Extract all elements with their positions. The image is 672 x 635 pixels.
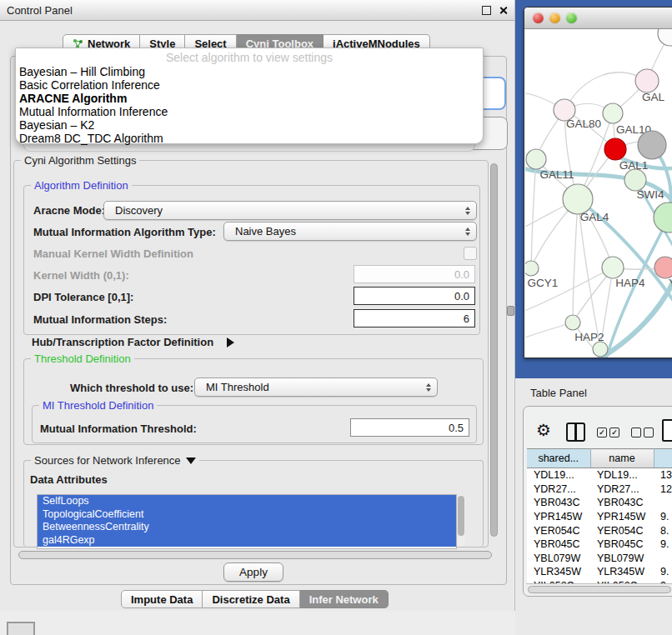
table-row[interactable]: YPR145WYPR145W9. bbox=[527, 510, 672, 524]
network-graph: GALGAL80GAL10GAL1GAL11SWI4GAL4GCY1HAP4YH… bbox=[525, 29, 672, 358]
table-cell[interactable]: YPR145W bbox=[527, 510, 590, 524]
network-canvas[interactable]: GALGAL80GAL10GAL1GAL11SWI4GAL4GCY1HAP4YH… bbox=[525, 29, 672, 358]
table-cell[interactable]: YDL19... bbox=[527, 468, 590, 482]
network-node[interactable] bbox=[565, 315, 580, 330]
table-row[interactable]: YBL079WYBL079W bbox=[527, 552, 672, 566]
minimized-widget[interactable] bbox=[7, 622, 35, 635]
network-node[interactable] bbox=[658, 29, 672, 46]
network-node[interactable] bbox=[635, 69, 659, 92]
tab-impute-data[interactable]: Impute Data bbox=[121, 590, 203, 608]
table-cell[interactable]: YPR145W bbox=[590, 510, 654, 524]
algorithm-option[interactable]: Basic Correlation Inference bbox=[16, 78, 483, 92]
table-cell[interactable]: YER054C bbox=[590, 523, 654, 538]
dpi-tolerance-label: DPI Tolerance [0,1]: bbox=[33, 291, 133, 303]
table-cell[interactable] bbox=[654, 552, 672, 566]
unchecked-boxes-icon[interactable] bbox=[631, 428, 654, 438]
table-cell[interactable]: 8. bbox=[654, 523, 672, 538]
table-header-row[interactable]: shared... name bbox=[527, 449, 672, 468]
algorithm-option[interactable]: Bayesian – K2 bbox=[16, 118, 483, 132]
checked-boxes-icon[interactable] bbox=[597, 428, 619, 438]
network-node[interactable] bbox=[593, 342, 608, 357]
table-cell[interactable]: YBL079W bbox=[527, 552, 590, 566]
table-row[interactable]: YLR345WYLR345W9. bbox=[527, 565, 672, 579]
mi-steps-field[interactable]: 6 bbox=[354, 309, 475, 328]
apply-button[interactable]: Apply bbox=[223, 562, 283, 582]
tab-discretize-data[interactable]: Discretize Data bbox=[203, 590, 299, 608]
columns-icon[interactable] bbox=[566, 422, 585, 442]
close-window-button[interactable] bbox=[533, 12, 544, 23]
network-node[interactable] bbox=[604, 138, 626, 160]
network-node[interactable] bbox=[602, 257, 624, 278]
network-node[interactable] bbox=[654, 257, 672, 278]
table-cell[interactable]: YDR27... bbox=[590, 482, 654, 497]
table-cell[interactable]: YBR045C bbox=[590, 538, 654, 552]
attribute-list-item[interactable]: TopologicalCoefficient bbox=[38, 508, 456, 522]
table-row[interactable]: YDL19...YDL19...13 bbox=[527, 468, 672, 482]
attribute-list-item[interactable]: gal4RGexp bbox=[38, 534, 456, 548]
network-node[interactable] bbox=[603, 103, 623, 123]
document-icon[interactable] bbox=[662, 419, 672, 442]
table-cell[interactable]: 12 bbox=[654, 482, 672, 497]
mi-threshold-field[interactable]: 0.5 bbox=[350, 418, 469, 437]
table-cell[interactable]: YBR045C bbox=[527, 538, 590, 552]
table-row[interactable]: YDR27...YDR27...12 bbox=[527, 482, 672, 497]
panel-divider-grip[interactable] bbox=[507, 306, 514, 316]
network-view-window[interactable]: GALGAL80GAL10GAL1GAL11SWI4GAL4GCY1HAP4YH… bbox=[524, 7, 672, 358]
table-cell[interactable]: 9. bbox=[654, 510, 672, 524]
gear-icon[interactable]: ⚙ bbox=[536, 420, 551, 440]
table-cell[interactable]: YBR043C bbox=[527, 496, 590, 510]
table-cell[interactable]: YBR043C bbox=[590, 496, 654, 510]
attributes-list-scrollbar[interactable] bbox=[457, 495, 465, 547]
column-header-name[interactable]: name bbox=[590, 449, 654, 468]
table-cell[interactable]: YER054C bbox=[527, 523, 590, 538]
algorithm-option[interactable]: Mutual Information Inference bbox=[16, 105, 483, 118]
table-row[interactable]: YBR045CYBR045C9. bbox=[527, 538, 672, 552]
network-node[interactable] bbox=[638, 131, 666, 159]
table-cell[interactable]: YDR27... bbox=[527, 482, 590, 497]
float-window-icon[interactable] bbox=[482, 6, 491, 15]
column-header-partial[interactable] bbox=[654, 449, 672, 468]
table-cell[interactable]: YLR345W bbox=[527, 565, 590, 579]
sources-group-title-wrap[interactable]: Sources for Network Inference bbox=[31, 454, 199, 467]
kernel-width-field[interactable]: 0.0 bbox=[354, 265, 475, 283]
table-cell[interactable]: 9. bbox=[654, 565, 672, 579]
column-header-shared-name[interactable]: shared... bbox=[527, 449, 590, 468]
minimize-window-button[interactable] bbox=[549, 12, 560, 23]
mi-type-combo[interactable]: Naive Bayes bbox=[223, 222, 477, 241]
aracne-mode-combo[interactable]: Discovery bbox=[103, 201, 477, 220]
table-row[interactable]: YER054CYER054C8. bbox=[527, 523, 672, 538]
control-panel-titlebar[interactable]: Control Panel bbox=[0, 0, 514, 21]
expand-right-icon[interactable] bbox=[227, 337, 234, 349]
settings-horizontal-scrollbar[interactable] bbox=[17, 551, 495, 560]
node-table[interactable]: shared... name YDL19...YDL19...13YDR27..… bbox=[527, 448, 672, 585]
table-cell[interactable] bbox=[654, 496, 672, 510]
manual-kernel-label: Manual Kernel Width Definition bbox=[33, 248, 193, 260]
settings-vertical-scrollbar[interactable] bbox=[489, 162, 499, 547]
settings-group-title: Cyni Algorithm Settings bbox=[21, 154, 139, 167]
tab-infer-network[interactable]: Infer Network bbox=[300, 590, 389, 608]
close-panel-icon[interactable] bbox=[499, 6, 508, 15]
data-attributes-list[interactable]: SelfLoopsTopologicalCoefficientBetweenne… bbox=[37, 494, 457, 549]
manual-kernel-checkbox[interactable] bbox=[464, 247, 477, 260]
which-threshold-combo[interactable]: MI Threshold bbox=[194, 378, 438, 397]
algorithm-option[interactable]: Dream8 DC_TDC Algorithm bbox=[16, 132, 483, 145]
algorithm-option[interactable]: ARACNE Algorithm bbox=[16, 92, 483, 105]
network-node[interactable] bbox=[526, 149, 546, 169]
attribute-list-item[interactable]: BetweennessCentrality bbox=[38, 521, 456, 534]
table-cell[interactable]: YLR345W bbox=[590, 565, 654, 579]
algorithm-option[interactable]: Bayesian – Hill Climbing bbox=[16, 65, 483, 78]
node-label: GAL4 bbox=[580, 211, 609, 223]
table-horizontal-scrollbar[interactable] bbox=[526, 583, 672, 595]
network-node[interactable] bbox=[654, 202, 672, 232]
network-node[interactable] bbox=[563, 184, 593, 214]
table-cell[interactable]: 9. bbox=[654, 538, 672, 552]
table-cell[interactable]: YBL079W bbox=[590, 552, 654, 566]
network-node[interactable] bbox=[525, 261, 539, 276]
table-cell[interactable]: YDL19... bbox=[590, 468, 654, 482]
table-cell[interactable]: 13 bbox=[654, 468, 672, 482]
attribute-list-item[interactable]: SelfLoops bbox=[38, 495, 456, 508]
table-row[interactable]: YBR043CYBR043C bbox=[527, 496, 672, 510]
zoom-window-button[interactable] bbox=[566, 12, 577, 23]
dpi-tolerance-field[interactable]: 0.0 bbox=[354, 287, 475, 305]
network-window-titlebar[interactable] bbox=[524, 8, 672, 29]
